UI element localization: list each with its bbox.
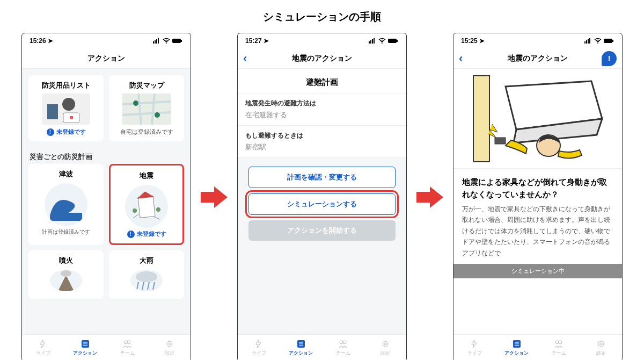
hazard-rain[interactable]: 大雨 [109,250,184,299]
tab-team[interactable]: チーム [106,335,149,360]
svg-rect-45 [604,39,612,43]
warn-icon: ! [47,128,54,136]
svg-point-23 [127,341,130,344]
tab-bar: ライブ アクション チーム 設定 [238,334,406,360]
bolt-icon [253,339,264,349]
hazard-eruption[interactable]: 噴火 [28,250,104,299]
svg-rect-41 [586,40,587,44]
info-row-2[interactable]: もし避難するときは 新宿駅 [238,125,406,158]
signal-icon [584,38,592,44]
svg-rect-28 [370,40,371,44]
svg-point-25 [169,343,171,345]
gear-icon [164,339,175,349]
people-icon [338,339,348,349]
svg-point-13 [155,112,160,118]
bolt-icon [38,339,48,349]
svg-point-53 [555,341,559,344]
tab-live[interactable]: ライブ [453,335,496,360]
card-title: 防災マップ [129,81,164,90]
tab-bar: ライブ アクション チーム 設定 [453,334,622,360]
confirm-plan-button[interactable]: 計画を確認・変更する [248,167,396,188]
svg-rect-14 [138,196,155,218]
svg-rect-7 [47,104,58,119]
hazard-status: 計画は登録済みです [42,228,90,236]
svg-rect-5 [172,39,181,43]
tab-settings[interactable]: 設定 [149,335,191,360]
tab-action[interactable]: アクション [496,335,538,360]
tsunami-icon [45,183,87,226]
tab-team[interactable]: チーム [538,335,580,360]
simulate-button[interactable]: シミュレーションする [248,193,396,215]
supplies-card[interactable]: 防災用品リスト ! 未登録です [28,75,104,141]
hazard-title: 津波 [59,169,73,179]
status-time: 15:26 ➤ [30,37,53,45]
svg-rect-27 [369,41,370,44]
info-label: もし避難するときは [245,131,399,140]
screens-row: 15:26 ➤ アクション 防災用品リスト ! 未登録です [21,33,623,360]
back-button[interactable]: ‹ [243,53,247,64]
arrow-icon [416,186,443,208]
hazard-title: 噴火 [59,256,73,265]
battery-icon [172,38,183,44]
svg-point-55 [598,341,604,347]
svg-point-44 [597,42,598,44]
tab-bar: ライブ アクション チーム 設定 [22,334,191,360]
tab-settings[interactable]: 設定 [580,335,623,360]
hazard-tsunami[interactable]: 津波 計画は登録済みです [28,164,104,245]
tab-team[interactable]: チーム [322,335,364,360]
svg-marker-18 [58,275,74,291]
svg-rect-33 [397,40,398,42]
supplies-illustration [42,93,90,125]
list-icon [80,339,91,349]
status-time: 15:27 ➤ [245,37,269,45]
back-button[interactable]: ‹ [459,53,463,64]
svg-point-16 [133,208,137,213]
tab-live[interactable]: ライブ [22,335,64,360]
tab-label: ライブ [467,350,482,357]
rain-icon [130,270,163,291]
section-label: 災害ごとの防災計画 [22,148,191,164]
start-action-button[interactable]: アクションを開始する [248,220,396,241]
hazard-earthquake[interactable]: 地震 ! 未登録です [109,164,184,245]
phone-screen-2: 15:27 ➤ ‹ 地震のアクション 避難計画 地震発生時の避難方法は 在宅避難… [237,33,407,360]
tab-label: チーム [336,350,350,357]
svg-rect-46 [612,40,613,42]
battery-icon [604,38,614,44]
signal-icon [369,38,376,44]
nav-bar: ‹ 地震のアクション ! [453,48,622,69]
tab-label: チーム [120,350,135,357]
map-card[interactable]: 防災マップ 自宅は登録済みです [109,75,184,141]
svg-point-56 [600,343,602,345]
svg-rect-1 [155,40,156,44]
phone-screen-3: 15:25 ➤ ‹ 地震のアクション ! [453,33,623,360]
gear-icon [380,339,391,349]
alert-badge[interactable]: ! [602,51,617,66]
tab-label: ライブ [252,350,266,357]
content-area: 地震による家具などが倒れて身動きが取れなくなっていませんか？ 万が一、地震で家具… [453,69,622,334]
content-area: 避難計画 地震発生時の避難方法は 在宅避難する もし避難するときは 新宿駅 計画… [238,69,406,334]
status-text: 自宅は登録済みです [120,128,173,136]
svg-point-31 [382,42,383,44]
nav-title: 地震のアクション [292,54,352,63]
illustration [453,69,622,169]
info-row-1[interactable]: 地震発生時の避難方法は 在宅避難する [238,93,406,125]
svg-point-24 [167,341,172,347]
tab-live[interactable]: ライブ [238,335,280,360]
tab-action[interactable]: アクション [280,335,323,360]
location-icon: ➤ [479,37,485,45]
svg-point-37 [383,341,388,347]
tab-action[interactable]: アクション [64,335,107,360]
location-icon: ➤ [48,37,53,45]
nav-title: アクション [87,54,125,63]
svg-rect-51 [495,138,506,144]
status-row: ! 未登録です [47,128,86,136]
body-text: 万が一、地震で家具などの下敷きになって身動きが取れない場合、周囲に助けを求めます… [453,204,622,264]
tab-settings[interactable]: 設定 [364,335,407,360]
gear-icon [596,339,606,349]
map-illustration [122,93,171,125]
nav-bar: ‹ 地震のアクション [238,48,406,69]
tab-label: 設定 [380,350,390,357]
card-title: 防災用品リスト [42,81,91,90]
svg-marker-26 [201,186,228,208]
tab-label: アクション [73,350,97,357]
